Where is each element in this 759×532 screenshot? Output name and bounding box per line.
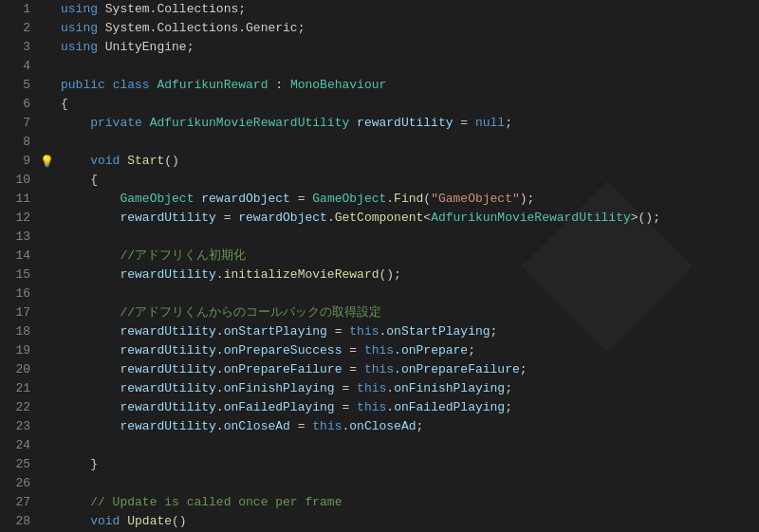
line-number: 8 bbox=[0, 133, 30, 152]
code-line bbox=[61, 57, 759, 76]
token-kw: private bbox=[90, 116, 142, 130]
token-field: rewardUtility bbox=[357, 116, 453, 130]
token-plain bbox=[61, 381, 120, 395]
token-type: GameObject bbox=[120, 192, 194, 206]
token-plain: . bbox=[216, 343, 224, 358]
token-plain: ); bbox=[520, 192, 535, 206]
code-line bbox=[61, 228, 759, 247]
token-plain bbox=[61, 116, 90, 130]
code-line: rewardUtility.onPrepareSuccess = this.on… bbox=[61, 341, 759, 360]
token-field: rewardUtility bbox=[120, 381, 215, 395]
token-plain: . bbox=[216, 419, 224, 433]
code-line: rewardUtility.onPrepareFailure = this.on… bbox=[61, 360, 759, 379]
gutter-line bbox=[38, 76, 57, 95]
token-plain: = bbox=[454, 116, 475, 130]
line-number: 23 bbox=[0, 417, 30, 436]
token-plain: . bbox=[216, 400, 224, 414]
gutter-line bbox=[38, 266, 57, 284]
token-field: onFinishPlaying bbox=[224, 381, 335, 395]
code-line: using UnityEngine; bbox=[61, 38, 759, 57]
line-number: 4 bbox=[0, 57, 30, 76]
token-plain: System.Collections.Generic; bbox=[98, 21, 305, 35]
code-line: rewardUtility.initializeMovieReward(); bbox=[61, 266, 759, 284]
gutter-line bbox=[38, 341, 57, 360]
gutter-line bbox=[38, 95, 57, 114]
gutter-line: 💡 bbox=[38, 152, 57, 171]
gutter-line bbox=[38, 436, 57, 455]
line-number: 3 bbox=[0, 38, 30, 57]
line-number: 14 bbox=[0, 247, 30, 266]
token-plain: ; bbox=[468, 343, 475, 358]
token-plain bbox=[61, 305, 120, 320]
code-line: private AdfurikunMovieRewardUtility rewa… bbox=[61, 114, 759, 133]
token-field: rewardUtility bbox=[120, 419, 215, 433]
token-plain: = bbox=[216, 211, 238, 225]
code-line: //アドフリくん初期化 bbox=[61, 247, 759, 266]
line-number: 12 bbox=[0, 209, 30, 228]
token-type: AdfurikunMovieRewardUtility bbox=[431, 211, 631, 225]
code-line: using System.Collections.Generic; bbox=[61, 19, 759, 38]
line-number: 18 bbox=[0, 322, 30, 341]
token-kw: void bbox=[90, 154, 120, 168]
token-kw: null bbox=[475, 116, 505, 130]
token-this-kw: this bbox=[357, 381, 386, 395]
token-kw: using bbox=[61, 2, 98, 16]
token-plain: System.Collections; bbox=[98, 2, 246, 16]
token-field: onPrepareFailure bbox=[224, 362, 342, 376]
token-plain: : bbox=[268, 78, 289, 92]
token-kw: void bbox=[90, 514, 120, 528]
line-number: 24 bbox=[0, 436, 30, 455]
token-field: onFailedPlaying bbox=[394, 400, 505, 414]
token-plain: = bbox=[335, 400, 357, 414]
gutter-line bbox=[38, 379, 57, 398]
token-plain bbox=[61, 192, 120, 206]
line-number: 15 bbox=[0, 266, 30, 284]
gutter-line bbox=[38, 417, 57, 436]
gutter-line bbox=[38, 57, 57, 76]
token-plain bbox=[105, 78, 113, 92]
token-this-kw: this bbox=[357, 400, 386, 414]
token-plain: . bbox=[216, 324, 224, 339]
code-line: { bbox=[61, 171, 759, 190]
token-plain bbox=[61, 362, 120, 376]
token-plain: . bbox=[394, 343, 401, 358]
token-plain bbox=[61, 495, 90, 509]
line-number: 26 bbox=[0, 474, 30, 493]
token-plain: . bbox=[386, 400, 394, 414]
gutter-line bbox=[38, 38, 57, 57]
line-number: 9 bbox=[0, 152, 30, 171]
gutter-line bbox=[38, 474, 57, 493]
token-fn: Start bbox=[127, 154, 164, 168]
token-plain bbox=[61, 400, 120, 414]
code-area: using System.Collections;using System.Co… bbox=[57, 0, 759, 532]
token-field: rewardObject bbox=[238, 211, 327, 225]
gutter-line bbox=[38, 303, 57, 322]
gutter-line bbox=[38, 228, 57, 247]
code-line: //アドフリくんからのコールバックの取得設定 bbox=[61, 303, 759, 322]
token-fn: Find bbox=[394, 192, 423, 206]
line-number: 28 bbox=[0, 512, 30, 531]
token-field: onFinishPlaying bbox=[394, 381, 505, 395]
token-plain bbox=[61, 154, 90, 168]
gutter-line bbox=[38, 512, 57, 531]
code-line bbox=[61, 436, 759, 455]
token-field: rewardUtility bbox=[120, 400, 215, 414]
token-str: "GameObject" bbox=[431, 192, 520, 206]
token-plain: ( bbox=[423, 192, 431, 206]
gutter-line bbox=[38, 398, 57, 417]
lightbulb-icon[interactable]: 💡 bbox=[40, 155, 54, 169]
line-number: 5 bbox=[0, 76, 30, 95]
line-number: 20 bbox=[0, 360, 30, 379]
token-field: onCloseAd bbox=[224, 419, 290, 433]
token-field: onStartPlaying bbox=[386, 324, 490, 339]
token-field: onPrepareFailure bbox=[401, 362, 520, 376]
token-field: onPrepareSuccess bbox=[224, 343, 342, 358]
gutter-line bbox=[38, 284, 57, 303]
line-numbers: 1234567891011121314151617181920212223242… bbox=[0, 0, 38, 532]
code-line: void Update() bbox=[61, 512, 759, 531]
gutter-line bbox=[38, 19, 57, 38]
token-plain: . bbox=[216, 381, 224, 395]
token-plain bbox=[61, 514, 90, 528]
token-plain: . bbox=[216, 267, 224, 282]
token-plain: (); bbox=[379, 267, 400, 282]
